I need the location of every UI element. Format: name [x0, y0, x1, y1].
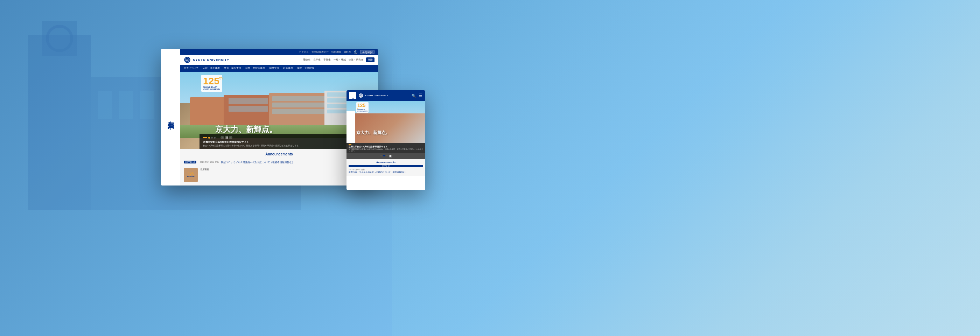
- desktop-logo-sidebar: 京都大学: [161, 49, 180, 185]
- desktop-browser-window: 京都大学 アクセス 大学関係者の方 特別機能・資料室 🔍 Language: [161, 49, 378, 185]
- desktop-announcement-1: COVID-19 2021年5月18日 更新 新型コロナウイルス感染症への対応に…: [184, 159, 374, 166]
- audience-sotsugyou[interactable]: 卒業生: [323, 58, 331, 62]
- mobile-browser-window: 京 KU KYOTO UNIVERSITY 🔍 ☰ 京都大学: [347, 90, 425, 190]
- mobile-search-icon[interactable]: 🔍: [412, 94, 416, 98]
- mobile-caption-title: 京都大学創立125周年記念事業特設サイト: [348, 146, 423, 148]
- svg-rect-6: [140, 91, 154, 119]
- nav-faculties[interactable]: 学部・大学院等: [297, 67, 314, 70]
- hero-pause-btn[interactable]: [225, 136, 228, 139]
- language-button[interactable]: Language: [360, 50, 374, 54]
- mobile-menu-icon[interactable]: ☰: [418, 93, 422, 98]
- building-block-1: [190, 97, 226, 125]
- mobile-ku-text: KYOTO UNIVERSITY: [357, 111, 368, 112]
- mobile-building-scene: [354, 113, 425, 143]
- top-nav-staff[interactable]: 大学関係者の方: [312, 50, 329, 54]
- audience-kigyo[interactable]: 企業・研究者: [348, 58, 363, 62]
- mobile-announcements-title: Announcements: [348, 161, 423, 164]
- mobile-header-icons: 🔍 ☰: [412, 93, 422, 98]
- anniversary-suffix: th: [220, 76, 223, 80]
- desktop-main-nav: 京大について 入試・高大連携 教育・学生支援 研究・産官学連携 国際交流 社会連…: [180, 65, 378, 72]
- mobile-logo-box: 京: [349, 92, 356, 99]
- hero-dots: [208, 137, 216, 139]
- audience-zaigaku[interactable]: 在学生: [313, 58, 321, 62]
- nav-about[interactable]: 京大について: [184, 67, 199, 70]
- mobile-hero-area: 京都大学 125 th ANNIVERSARY KYOTO UNIVERSITY…: [347, 101, 425, 143]
- desktop-logo-area: KU KYOTO UNIVERSITY: [184, 56, 229, 63]
- thumbnail-caption: 政府重要...: [200, 168, 211, 171]
- ann-thumbnail[interactable]: 125 ANNIVERSARY: [184, 168, 198, 182]
- mobile-dot-2[interactable]: [383, 155, 385, 156]
- nav-international[interactable]: 国際交流: [269, 67, 279, 70]
- mobile-university-name: KYOTO UNIVERSITY: [365, 94, 388, 97]
- mobile-header: 京 KU KYOTO UNIVERSITY 🔍 ☰: [347, 90, 425, 101]
- desktop-sidebar-logo-text: 京都大学: [166, 116, 175, 119]
- hero-dot-2[interactable]: [211, 137, 213, 139]
- svg-text:KU: KU: [360, 95, 361, 97]
- mobile-slide-indicators: ‹ ›: [347, 153, 425, 159]
- announcement-date-1: 2021年5月18日 更新: [200, 161, 219, 164]
- mobile-logo: KU KYOTO UNIVERSITY: [358, 93, 388, 98]
- covid-badge-desktop: COVID-19: [184, 161, 196, 164]
- desktop-main-header: KU KYOTO UNIVERSITY 受験生 在学生 卒業生 一般・地域 企業…: [180, 55, 378, 65]
- search-icon[interactable]: 🔍: [354, 50, 357, 54]
- hero-dot-3[interactable]: [214, 137, 216, 139]
- desktop-thumbnail-area: 125 ANNIVERSARY 政府重要...: [184, 168, 374, 182]
- mobile-pause-btn[interactable]: [389, 155, 391, 158]
- anniversary-badge: 125 th ANNIVERSARY KYOTO UNIVERSITY: [201, 75, 222, 92]
- top-nav-special[interactable]: 特別機能・資料室: [331, 50, 351, 54]
- audience-juken[interactable]: 受験生: [303, 58, 310, 62]
- announcement-title-1[interactable]: 新型コロナウイルス感染症への対応について（報者者情報報告む）: [221, 161, 294, 164]
- ku-seal-icon: KU: [184, 56, 191, 63]
- mobile-announcements-section: Announcements COVID-19 2021年5月18日 更新 新型コ…: [347, 159, 425, 176]
- building-block-2: [224, 95, 273, 125]
- desktop-announcements-title: Announcements: [184, 152, 374, 156]
- nav-social[interactable]: 社会連携: [283, 67, 293, 70]
- audience-ippan[interactable]: 一般・地域: [334, 58, 346, 62]
- anniversary-number: 125: [203, 76, 220, 86]
- mobile-hero-tagline: 京大力、新輝点。: [356, 130, 422, 136]
- svg-text:KU: KU: [186, 59, 189, 61]
- mobile-announcement-text[interactable]: 新型コロナウイルス感染症への対応について（罹患者報告む）: [348, 171, 423, 174]
- mobile-announcement-item: COVID-19 2021年5月18日 更新 新型コロナウイルス感染症への対応に…: [348, 165, 423, 174]
- mobile-dot-1[interactable]: [380, 155, 382, 156]
- mobile-dot-3[interactable]: [386, 155, 388, 156]
- top-nav-access[interactable]: アクセス: [299, 50, 309, 54]
- indicator-line: [203, 137, 207, 138]
- svg-rect-0: [28, 35, 91, 210]
- building-block-3: [269, 93, 329, 125]
- hero-prev-btn[interactable]: ‹: [221, 136, 224, 139]
- mobile-covid-badge: COVID-19: [348, 165, 423, 167]
- background-building-svg: [0, 0, 980, 336]
- desktop-audience-nav: 受験生 在学生 卒業生 一般・地域 企業・研究者 寄附: [303, 57, 374, 62]
- svg-rect-5: [119, 91, 133, 119]
- nav-education[interactable]: 教育・学生支援: [224, 67, 241, 70]
- mobile-announcement-date: 2021年5月18日 更新: [348, 168, 423, 170]
- hero-next-btn[interactable]: ›: [229, 136, 232, 139]
- mobile-next-btn[interactable]: ›: [393, 155, 393, 158]
- nav-research[interactable]: 研究・産官学連携: [245, 67, 265, 70]
- desktop-university-name: KYOTO UNIVERSITY: [193, 58, 229, 62]
- mobile-indicator-line: [348, 144, 352, 145]
- donation-button[interactable]: 寄附: [366, 57, 374, 62]
- mobile-seal-icon: KU: [358, 93, 363, 98]
- mobile-anniversary-number: 125: [357, 103, 368, 108]
- desktop-site-header: アクセス 大学関係者の方 特別機能・資料室 🔍 Language KU K: [180, 49, 378, 72]
- mobile-caption-desc: 創立125周年記念事業の内容や本学のあゆみ、特徴ある学問・研究や卒業生の活躍など…: [348, 148, 423, 152]
- mobile-caption-indicator: [348, 144, 423, 145]
- nav-admissions[interactable]: 入試・高大連携: [203, 67, 220, 70]
- svg-rect-4: [98, 91, 112, 119]
- mobile-prev-btn[interactable]: ‹: [379, 155, 379, 158]
- anniversary-label2: KYOTO UNIVERSITY: [203, 88, 221, 90]
- mobile-logo-sidebar: 京都大学: [347, 111, 355, 143]
- desktop-top-nav: アクセス 大学関係者の方 特別機能・資料室 🔍 Language: [180, 49, 378, 55]
- mobile-caption-bar: 京都大学創立125周年記念事業特設サイト 創立125周年記念事業の内容や本学のあ…: [347, 143, 425, 153]
- mobile-anniversary-badge: 125 th ANNIVERSARY KYOTO UNIVERSITY: [356, 102, 369, 113]
- hero-dot-1[interactable]: [208, 137, 210, 139]
